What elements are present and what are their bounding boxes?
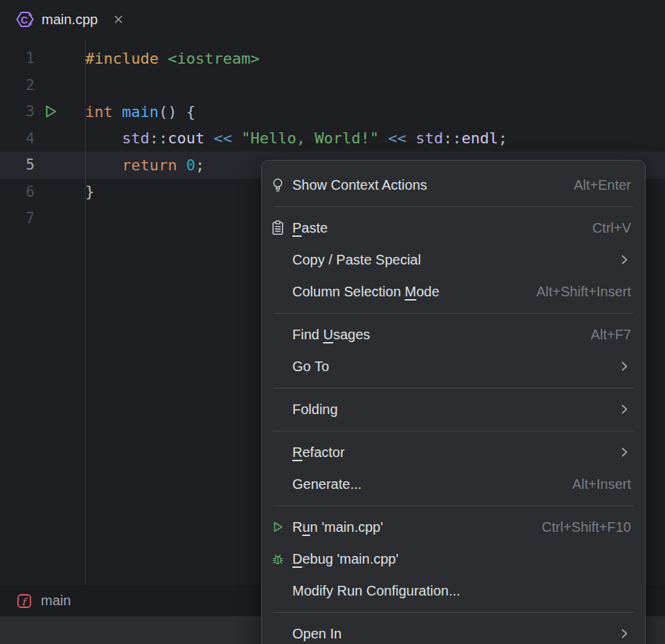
- gutter[interactable]: [35, 103, 85, 120]
- menu-item-icon-placeholder: [271, 328, 285, 341]
- editor-line: 3int main() {: [0, 98, 665, 125]
- menu-item-label: Folding: [292, 402, 338, 418]
- close-icon[interactable]: [112, 12, 125, 26]
- menu-item-folding[interactable]: Folding: [262, 393, 645, 425]
- menu-item-copy-paste-special[interactable]: Copy / Paste Special: [262, 244, 645, 276]
- code-line[interactable]: #include <iostream>: [85, 50, 665, 67]
- menu-item-column-selection-mode[interactable]: Column Selection ModeAlt+Shift+Insert: [262, 276, 645, 307]
- editor-line: 1#include <iostream>: [0, 45, 665, 72]
- tab-title: main.cpp: [42, 12, 98, 28]
- menu-item-go-to[interactable]: Go To: [262, 350, 645, 382]
- code-line[interactable]: std::cout << "Hello, World!" << std::end…: [85, 129, 665, 147]
- menu-item-icon-placeholder: [271, 584, 285, 598]
- menu-item-shortcut: Alt+Enter: [574, 177, 631, 193]
- menu-item-label: Open In: [292, 626, 342, 642]
- menu-item-refactor[interactable]: Refactor: [262, 436, 645, 468]
- tab-main-cpp[interactable]: C++ main.cpp: [0, 0, 139, 39]
- menu-item-label: Debug 'main.cpp': [292, 551, 398, 567]
- menu-item-find-usages[interactable]: Find UsagesAlt+F7: [262, 319, 645, 350]
- menu-item-generate[interactable]: Generate...Alt+Insert: [262, 468, 645, 500]
- svg-text:f: f: [22, 596, 28, 607]
- menu-item-icon-placeholder: [271, 445, 285, 459]
- menu-item-label: Generate...: [292, 476, 362, 492]
- menu-item-modify-run-configuration[interactable]: Modify Run Configuration...: [262, 575, 645, 607]
- editor-line: 4 std::cout << "Hello, World!" << std::e…: [0, 125, 665, 152]
- editor-context-menu: Show Context ActionsAlt+EnterPasteCtrl+V…: [261, 160, 646, 644]
- run-icon: [271, 520, 285, 534]
- submenu-chevron-icon: [617, 402, 631, 416]
- menu-item-show-context-actions[interactable]: Show Context ActionsAlt+Enter: [262, 169, 645, 201]
- line-number[interactable]: 1: [0, 50, 35, 66]
- menu-item-shortcut: Alt+Insert: [572, 476, 631, 492]
- editor-line: 2: [0, 72, 665, 99]
- menu-item-label: Show Context Actions: [292, 177, 427, 193]
- menu-item-label: Find Usages: [292, 327, 370, 343]
- menu-item-label: Refactor: [292, 445, 345, 460]
- menu-item-label: Column Selection Mode: [292, 284, 439, 300]
- gutter-separator: [85, 39, 86, 585]
- menu-separator: [273, 506, 634, 506]
- menu-item-icon-placeholder: [271, 402, 285, 416]
- editor-tab-bar: C++ main.cpp: [0, 0, 665, 39]
- svg-text:C: C: [21, 15, 28, 26]
- menu-item-icon-placeholder: [271, 477, 285, 491]
- cpp-file-icon: C++: [15, 10, 35, 29]
- submenu-chevron-icon: [617, 627, 631, 641]
- menu-item-shortcut: Ctrl+V: [592, 220, 631, 236]
- menu-item-shortcut: Ctrl+Shift+F10: [542, 519, 631, 535]
- svg-text:+: +: [28, 10, 33, 19]
- menu-item-icon-placeholder: [271, 253, 285, 267]
- menu-item-icon-placeholder: [271, 359, 285, 373]
- menu-item-icon-placeholder: [271, 627, 285, 641]
- code-line[interactable]: int main() {: [85, 103, 665, 120]
- menu-item-icon-placeholder: [271, 285, 285, 298]
- menu-item-label: Paste: [292, 220, 328, 236]
- lightbulb-icon: [271, 178, 285, 192]
- breadcrumb-item-main[interactable]: main: [41, 593, 71, 609]
- submenu-chevron-icon: [617, 253, 631, 267]
- menu-separator: [273, 388, 634, 388]
- menu-item-label: Copy / Paste Special: [292, 252, 421, 268]
- submenu-chevron-icon: [617, 445, 631, 459]
- line-number[interactable]: 3: [0, 103, 35, 120]
- run-marker-icon[interactable]: [42, 103, 59, 120]
- paste-icon: [271, 221, 285, 235]
- menu-item-debug-main-cpp[interactable]: Debug 'main.cpp': [262, 543, 645, 575]
- line-number[interactable]: 7: [0, 210, 35, 226]
- menu-separator: [273, 612, 634, 613]
- menu-separator: [273, 313, 634, 314]
- menu-separator: [273, 431, 634, 431]
- menu-separator: [273, 206, 634, 207]
- submenu-chevron-icon: [617, 359, 631, 373]
- function-icon: f: [16, 593, 33, 609]
- line-number[interactable]: 6: [0, 184, 35, 200]
- menu-item-shortcut: Alt+Shift+Insert: [536, 284, 631, 300]
- menu-item-label: Go To: [292, 359, 329, 375]
- svg-text:+: +: [28, 19, 33, 28]
- menu-item-run-main-cpp[interactable]: Run 'main.cpp'Ctrl+Shift+F10: [262, 511, 645, 543]
- menu-item-label: Run 'main.cpp': [292, 519, 383, 535]
- debug-icon: [271, 552, 285, 566]
- line-number[interactable]: 2: [0, 77, 35, 93]
- line-number[interactable]: 4: [0, 130, 35, 147]
- line-number[interactable]: 5: [0, 156, 35, 173]
- menu-item-paste[interactable]: PasteCtrl+V: [262, 212, 645, 244]
- menu-item-label: Modify Run Configuration...: [292, 583, 460, 599]
- menu-item-open-in[interactable]: Open In: [262, 618, 645, 644]
- menu-item-shortcut: Alt+F7: [591, 327, 631, 343]
